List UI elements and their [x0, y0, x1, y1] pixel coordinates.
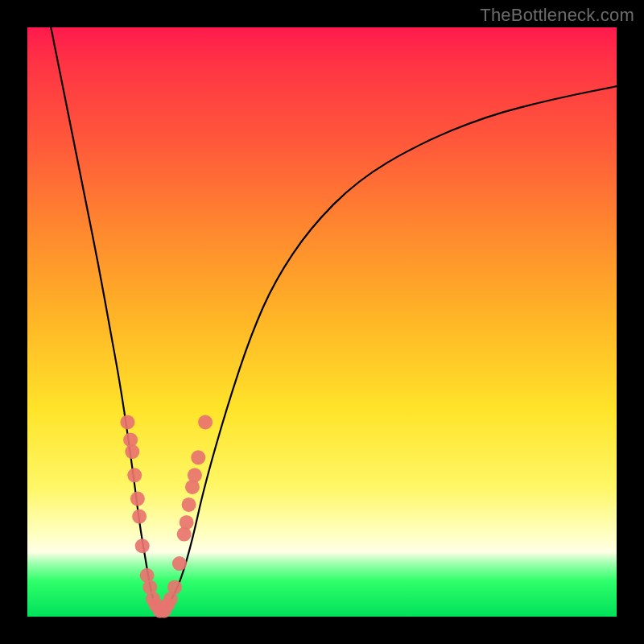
sample-point [167, 580, 182, 594]
sample-point [180, 515, 194, 530]
watermark-text: TheBottleneck.com [480, 5, 634, 26]
plot-area [27, 27, 617, 617]
sample-point [125, 444, 139, 459]
bottleneck-curve [51, 27, 617, 611]
chart-svg [27, 27, 617, 617]
sample-point [120, 415, 134, 429]
sample-points [120, 415, 213, 617]
sample-point [127, 468, 142, 482]
chart-frame: TheBottleneck.com [0, 0, 644, 644]
sample-point [135, 539, 150, 553]
sample-point [198, 415, 213, 429]
sample-point [130, 492, 145, 506]
sample-point [182, 497, 196, 512]
sample-point [191, 450, 205, 464]
sample-point [188, 468, 202, 482]
sample-point [132, 510, 147, 524]
sample-point [172, 556, 187, 571]
